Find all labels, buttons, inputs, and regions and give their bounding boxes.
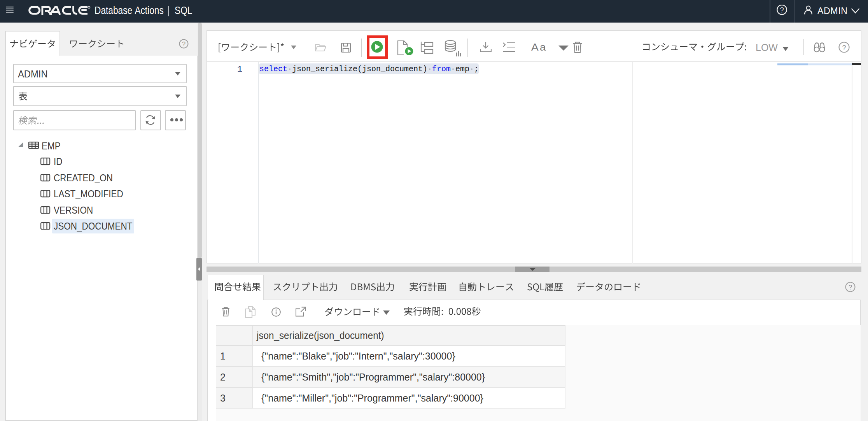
- svg-text:?: ?: [842, 44, 846, 52]
- svg-text:?: ?: [780, 6, 784, 14]
- svg-text:?: ?: [849, 284, 852, 291]
- svg-text:?: ?: [182, 40, 186, 47]
